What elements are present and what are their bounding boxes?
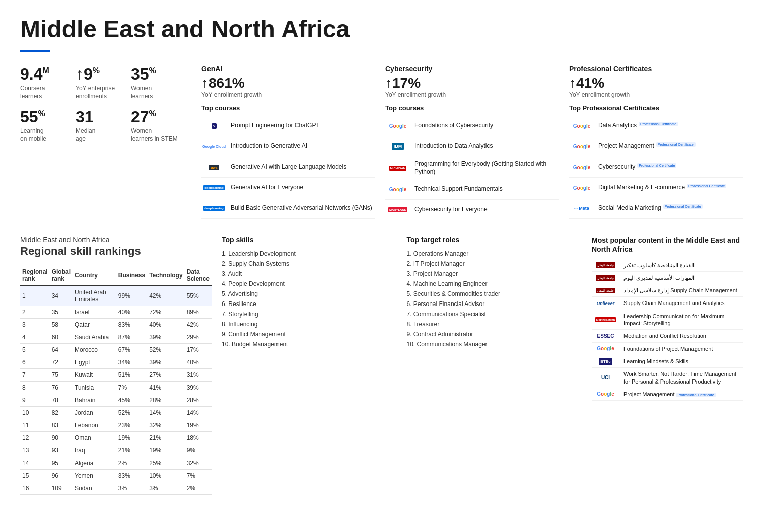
list-item: 9. Conflict Management — [222, 329, 397, 339]
table-cell: 19% — [116, 432, 147, 444]
col-data-science: DataScience — [185, 265, 212, 286]
btec-logo: BTEc — [592, 358, 619, 365]
table-cell: Morocco — [73, 344, 116, 356]
list-item: 4. People Development — [222, 279, 397, 289]
table-cell: 42% — [147, 286, 184, 306]
table-cell: 33% — [116, 470, 147, 482]
table-cell: 40% — [147, 319, 184, 331]
list-item: 6. Resilience — [222, 299, 397, 309]
stat-median-age: 31 Medianage — [76, 108, 126, 143]
table-cell: 21% — [116, 444, 147, 457]
table-cell: 52% — [147, 344, 184, 356]
popular-item-name: Leadership Communication for Maximum Imp… — [623, 313, 743, 327]
table-cell: 19% — [147, 444, 184, 457]
list-item: IBM Introduction to Data Analytics — [385, 136, 559, 157]
stat-val-6: 27% — [131, 108, 156, 126]
stat-women-stem: 27% Womenlearners in STEM — [131, 108, 181, 143]
genai-sublabel: YoY enrollment growth — [201, 91, 375, 98]
course-name: Build Basic Generative Adversarial Netwo… — [231, 204, 372, 212]
table-cell: Israel — [73, 306, 116, 319]
popular-item-name: Mediation and Conflict Resolution — [623, 332, 743, 339]
list-item: deeplearning Build Basic Generative Adve… — [201, 198, 375, 219]
table-cell: 34% — [116, 356, 147, 369]
list-item: 10. Communications Manager — [407, 339, 582, 349]
table-cell: 83% — [116, 319, 147, 331]
table-cell: 96 — [50, 470, 73, 482]
list-item: ESSECMediation and Conflict Resolution — [592, 330, 743, 342]
list-item: UCIWork Smarter, Not Harder: Time Manage… — [592, 368, 743, 388]
table-row: 672Egypt34%39%40% — [20, 356, 212, 369]
popular-item-name: القيادة المتناقضة كأسلوب تفكير — [623, 262, 743, 269]
course-name: Foundations of Cybersecurity — [414, 122, 493, 130]
table-cell: 28% — [147, 394, 184, 407]
course-name: Generative AI for Everyone — [231, 184, 303, 192]
alfaisal-logo: جامعة اليمثل — [592, 288, 619, 293]
prof-courses-title: Top Professional Certificates — [569, 104, 743, 112]
list-item: 2. IT Project Manager — [407, 259, 582, 269]
table-row: 460Saudi Arabia87%39%29% — [20, 331, 212, 344]
table-row: 1495Algeria2%25%32% — [20, 457, 212, 470]
table-cell: 17% — [185, 344, 212, 356]
rankings-subtitle: Middle East and North Africa — [20, 236, 212, 244]
cert-badge: Professional Certificate — [639, 122, 678, 126]
table-cell: 8 — [20, 382, 50, 394]
list-item: MICHIGAN Programming for Everybody (Gett… — [385, 157, 559, 179]
table-cell: 89% — [185, 306, 212, 319]
table-cell: 21% — [147, 432, 184, 444]
table-cell: 14% — [185, 407, 212, 419]
table-cell: Algeria — [73, 457, 116, 470]
table-cell: 83 — [50, 419, 73, 432]
table-cell: 60 — [50, 331, 73, 344]
table-cell: 82 — [50, 407, 73, 419]
table-cell: 10% — [147, 470, 184, 482]
google-logo-5: Google — [569, 160, 594, 174]
table-cell: 1 — [20, 286, 50, 306]
table-cell: 93 — [50, 444, 73, 457]
course-name: Digital Marketing & E-commerce — [598, 184, 685, 192]
list-item: Google Cybersecurity Professional Certif… — [569, 157, 743, 178]
table-cell: 45% — [116, 394, 147, 407]
popular-item-name: Project Management Professional Certific… — [623, 391, 743, 398]
popular-item-name: Learning Mindsets & Skills — [623, 358, 743, 365]
stat-label-3: Womenlearners — [131, 85, 181, 100]
table-cell: 75 — [50, 369, 73, 382]
table-cell: 2% — [116, 457, 147, 470]
list-item: 10. Budget Management — [222, 339, 397, 349]
popular-item-name: إدارة سلاسل الإمداد Supply Chain Managem… — [623, 287, 743, 294]
popular-item-name: Work Smarter, Not Harder: Time Managemen… — [623, 370, 743, 385]
list-item: جامعة اليمثلالقيادة المتناقضة كأسلوب تفك… — [592, 259, 743, 272]
table-row: 1596Yemen33%10%7% — [20, 470, 212, 482]
table-row: 775Kuwait51%27%31% — [20, 369, 212, 382]
table-cell: 55% — [185, 286, 212, 306]
table-cell: 39% — [185, 382, 212, 394]
table-row: 134United Arab Emirates99%42%55% — [20, 286, 212, 306]
list-item: 5. Securities & Commodities trader — [407, 289, 582, 299]
list-item: 5. Advertising — [222, 289, 397, 299]
table-row: 564Morocco67%52%17% — [20, 344, 212, 356]
table-cell: Sudan — [73, 482, 116, 495]
rankings-table: Regionalrank Globalrank Country Business… — [20, 265, 212, 495]
aws-logo: aws — [201, 160, 227, 174]
table-cell: 72% — [147, 306, 184, 319]
list-item: GoogleProject Management Professional Ce… — [592, 388, 743, 401]
course-name-wrap: Digital Marketing & E-commerce Professio… — [598, 184, 726, 192]
stat-label-4: Learningon mobile — [20, 127, 71, 143]
table-cell: 2% — [185, 482, 212, 495]
list-item: aws Generative AI with Large Language Mo… — [201, 157, 375, 178]
popular-list: جامعة اليمثلالقيادة المتناقضة كأسلوب تفك… — [592, 259, 743, 401]
table-cell: Tunisia — [73, 382, 116, 394]
stat-label-6: Womenlearners in STEM — [131, 127, 181, 143]
table-cell: Yemen — [73, 470, 116, 482]
prof-sublabel: YoY enrollment growth — [569, 91, 743, 98]
table-cell: 99% — [116, 286, 147, 306]
table-cell: 18% — [185, 432, 212, 444]
table-cell: 42% — [185, 319, 212, 331]
roles-column: Top target roles 1. Operations Manager2.… — [407, 236, 582, 495]
cyber-title: Cybersecurity — [385, 65, 559, 73]
col-regional-rank: Regionalrank — [20, 265, 50, 286]
table-cell: 2 — [20, 306, 50, 319]
list-item: BTEcLearning Mindsets & Skills — [592, 355, 743, 368]
table-cell: Lebanon — [73, 419, 116, 432]
table-row: 1183Lebanon23%32%19% — [20, 419, 212, 432]
list-item: 7. Communications Specialist — [407, 309, 582, 319]
